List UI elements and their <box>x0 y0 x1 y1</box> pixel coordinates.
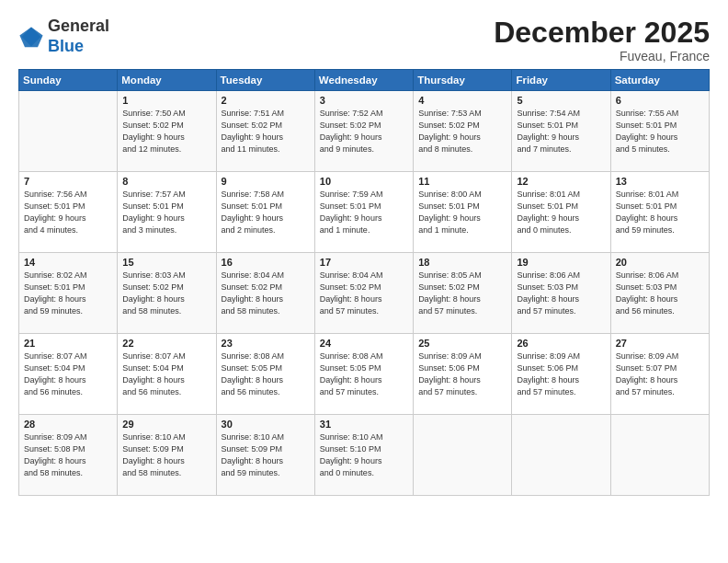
header-row: Sunday Monday Tuesday Wednesday Thursday… <box>19 70 710 91</box>
calendar-cell: 15Sunrise: 8:03 AM Sunset: 5:02 PM Dayli… <box>118 253 216 334</box>
calendar-cell: 13Sunrise: 8:01 AM Sunset: 5:01 PM Dayli… <box>610 172 709 253</box>
day-number: 17 <box>320 257 408 268</box>
col-tuesday: Tuesday <box>216 70 314 91</box>
day-number: 24 <box>320 338 408 349</box>
day-info: Sunrise: 8:09 AM Sunset: 5:06 PM Dayligh… <box>517 350 605 398</box>
day-info: Sunrise: 7:50 AM Sunset: 5:02 PM Dayligh… <box>122 108 210 155</box>
day-number: 8 <box>122 176 210 187</box>
day-number: 22 <box>122 338 210 349</box>
day-number: 7 <box>24 176 112 187</box>
svg-marker-0 <box>19 27 42 47</box>
calendar-week-1: 1Sunrise: 7:50 AM Sunset: 5:02 PM Daylig… <box>19 91 710 172</box>
day-info: Sunrise: 8:07 AM Sunset: 5:04 PM Dayligh… <box>24 350 112 398</box>
day-info: Sunrise: 7:57 AM Sunset: 5:01 PM Dayligh… <box>122 189 210 236</box>
logo-blue: Blue <box>48 37 109 57</box>
day-number: 5 <box>517 95 605 106</box>
day-number: 18 <box>418 257 506 268</box>
day-number: 20 <box>616 257 704 268</box>
day-number: 23 <box>222 338 310 349</box>
day-info: Sunrise: 8:03 AM Sunset: 5:02 PM Dayligh… <box>122 270 210 317</box>
col-sunday: Sunday <box>19 70 118 91</box>
day-number: 2 <box>222 95 310 106</box>
page: General Blue December 2025 Fuveau, Franc… <box>0 0 728 563</box>
calendar-cell: 6Sunrise: 7:55 AM Sunset: 5:01 PM Daylig… <box>610 91 709 172</box>
calendar-cell: 10Sunrise: 7:59 AM Sunset: 5:01 PM Dayli… <box>314 172 413 253</box>
day-info: Sunrise: 8:01 AM Sunset: 5:01 PM Dayligh… <box>616 189 704 236</box>
day-info: Sunrise: 8:00 AM Sunset: 5:01 PM Dayligh… <box>418 189 506 236</box>
day-info: Sunrise: 8:10 AM Sunset: 5:10 PM Dayligh… <box>320 431 408 479</box>
title-block: December 2025 Fuveau, France <box>494 17 710 63</box>
calendar-cell: 25Sunrise: 8:09 AM Sunset: 5:06 PM Dayli… <box>414 334 512 415</box>
day-info: Sunrise: 8:02 AM Sunset: 5:01 PM Dayligh… <box>24 270 112 317</box>
day-info: Sunrise: 8:10 AM Sunset: 5:09 PM Dayligh… <box>222 431 310 479</box>
day-info: Sunrise: 7:52 AM Sunset: 5:02 PM Dayligh… <box>320 108 408 155</box>
col-thursday: Thursday <box>414 70 512 91</box>
calendar-cell <box>19 91 118 172</box>
calendar-week-2: 7Sunrise: 7:56 AM Sunset: 5:01 PM Daylig… <box>19 172 710 253</box>
logo-icon <box>18 24 44 50</box>
location: Fuveau, France <box>494 49 710 63</box>
day-number: 12 <box>517 176 605 187</box>
day-info: Sunrise: 7:51 AM Sunset: 5:02 PM Dayligh… <box>222 108 310 155</box>
day-number: 29 <box>122 419 210 430</box>
calendar-cell: 16Sunrise: 8:04 AM Sunset: 5:02 PM Dayli… <box>216 253 314 334</box>
day-info: Sunrise: 8:01 AM Sunset: 5:01 PM Dayligh… <box>517 189 605 236</box>
day-number: 3 <box>320 95 408 106</box>
day-number: 21 <box>24 338 112 349</box>
calendar-cell: 19Sunrise: 8:06 AM Sunset: 5:03 PM Dayli… <box>512 253 610 334</box>
day-info: Sunrise: 8:04 AM Sunset: 5:02 PM Dayligh… <box>320 270 408 317</box>
logo: General Blue <box>18 17 109 56</box>
calendar-cell: 27Sunrise: 8:09 AM Sunset: 5:07 PM Dayli… <box>610 334 709 415</box>
logo-text: General Blue <box>48 17 109 56</box>
calendar-week-5: 28Sunrise: 8:09 AM Sunset: 5:08 PM Dayli… <box>19 415 710 496</box>
logo-general: General <box>48 17 109 37</box>
day-info: Sunrise: 8:06 AM Sunset: 5:03 PM Dayligh… <box>517 270 605 317</box>
day-number: 28 <box>24 419 112 430</box>
day-info: Sunrise: 8:08 AM Sunset: 5:05 PM Dayligh… <box>320 350 408 398</box>
day-number: 30 <box>222 419 310 430</box>
calendar-cell: 29Sunrise: 8:10 AM Sunset: 5:09 PM Dayli… <box>118 415 216 496</box>
calendar-cell: 14Sunrise: 8:02 AM Sunset: 5:01 PM Dayli… <box>19 253 118 334</box>
calendar-cell: 28Sunrise: 8:09 AM Sunset: 5:08 PM Dayli… <box>19 415 118 496</box>
day-info: Sunrise: 8:09 AM Sunset: 5:06 PM Dayligh… <box>418 350 506 398</box>
day-number: 15 <box>122 257 210 268</box>
day-number: 19 <box>517 257 605 268</box>
day-number: 1 <box>122 95 210 106</box>
calendar-cell: 18Sunrise: 8:05 AM Sunset: 5:02 PM Dayli… <box>414 253 512 334</box>
day-number: 27 <box>616 338 704 349</box>
calendar-table: Sunday Monday Tuesday Wednesday Thursday… <box>18 69 710 496</box>
calendar-cell: 3Sunrise: 7:52 AM Sunset: 5:02 PM Daylig… <box>314 91 413 172</box>
calendar-cell: 12Sunrise: 8:01 AM Sunset: 5:01 PM Dayli… <box>512 172 610 253</box>
col-monday: Monday <box>118 70 216 91</box>
day-number: 26 <box>517 338 605 349</box>
day-number: 10 <box>320 176 408 187</box>
calendar-cell <box>610 415 709 496</box>
day-info: Sunrise: 8:05 AM Sunset: 5:02 PM Dayligh… <box>418 270 506 317</box>
calendar-cell: 8Sunrise: 7:57 AM Sunset: 5:01 PM Daylig… <box>118 172 216 253</box>
calendar-cell: 1Sunrise: 7:50 AM Sunset: 5:02 PM Daylig… <box>118 91 216 172</box>
day-info: Sunrise: 8:06 AM Sunset: 5:03 PM Dayligh… <box>616 270 704 317</box>
calendar-cell: 23Sunrise: 8:08 AM Sunset: 5:05 PM Dayli… <box>216 334 314 415</box>
calendar-cell: 20Sunrise: 8:06 AM Sunset: 5:03 PM Dayli… <box>610 253 709 334</box>
calendar-cell: 26Sunrise: 8:09 AM Sunset: 5:06 PM Dayli… <box>512 334 610 415</box>
calendar-cell <box>414 415 512 496</box>
calendar-cell: 22Sunrise: 8:07 AM Sunset: 5:04 PM Dayli… <box>118 334 216 415</box>
day-number: 6 <box>616 95 704 106</box>
calendar-cell: 30Sunrise: 8:10 AM Sunset: 5:09 PM Dayli… <box>216 415 314 496</box>
day-number: 11 <box>418 176 506 187</box>
calendar-cell <box>512 415 610 496</box>
day-info: Sunrise: 8:10 AM Sunset: 5:09 PM Dayligh… <box>122 431 210 479</box>
day-info: Sunrise: 7:55 AM Sunset: 5:01 PM Dayligh… <box>616 108 704 155</box>
day-number: 13 <box>616 176 704 187</box>
day-info: Sunrise: 7:58 AM Sunset: 5:01 PM Dayligh… <box>222 189 310 236</box>
calendar-cell: 7Sunrise: 7:56 AM Sunset: 5:01 PM Daylig… <box>19 172 118 253</box>
col-wednesday: Wednesday <box>314 70 413 91</box>
calendar-cell: 9Sunrise: 7:58 AM Sunset: 5:01 PM Daylig… <box>216 172 314 253</box>
col-saturday: Saturday <box>610 70 709 91</box>
day-number: 4 <box>418 95 506 106</box>
header: General Blue December 2025 Fuveau, Franc… <box>18 17 710 63</box>
day-info: Sunrise: 8:09 AM Sunset: 5:08 PM Dayligh… <box>24 431 112 479</box>
day-number: 25 <box>418 338 506 349</box>
day-number: 9 <box>222 176 310 187</box>
month-title: December 2025 <box>494 17 710 49</box>
